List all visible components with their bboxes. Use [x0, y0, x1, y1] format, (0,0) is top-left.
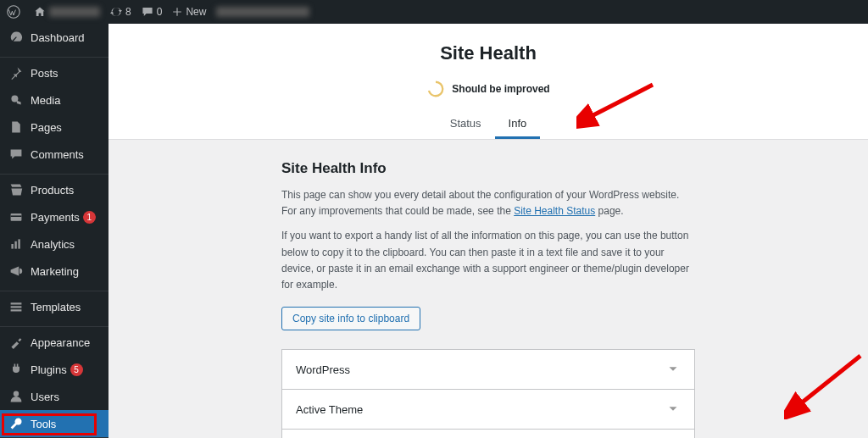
- svg-rect-5: [14, 241, 16, 249]
- status-text: Should be improved: [452, 83, 549, 95]
- chevron-down-icon: [665, 362, 681, 377]
- separator: [0, 322, 108, 327]
- sidebar-item-marketing[interactable]: Marketing: [0, 258, 108, 285]
- extra-blur: [216, 7, 309, 17]
- updates-count: 8: [125, 6, 131, 18]
- svg-rect-3: [11, 215, 22, 217]
- svg-rect-2: [11, 213, 22, 221]
- tools-icon: [8, 416, 24, 431]
- sidebar-label: Analytics: [31, 238, 75, 251]
- wp-logo[interactable]: [7, 5, 24, 19]
- sidebar-item-appearance[interactable]: Appearance: [0, 329, 108, 356]
- dashboard-icon: [8, 30, 24, 45]
- site-health-header: Site Health Should be improved Status In…: [108, 24, 868, 140]
- products-icon: [8, 182, 24, 197]
- pages-icon: [8, 119, 24, 135]
- badge: 5: [70, 363, 83, 376]
- page-title: Site Health: [108, 42, 868, 64]
- separator: [0, 53, 108, 58]
- pin-icon: [8, 65, 24, 80]
- payments-icon: [8, 209, 24, 225]
- content-area: Site Health Should be improved Status In…: [108, 24, 868, 438]
- svg-rect-4: [11, 244, 13, 249]
- appearance-icon: [8, 335, 24, 350]
- accordion-inactive-themes[interactable]: Inactive Themes (3): [282, 430, 694, 438]
- analytics-icon: [8, 236, 24, 252]
- comments-icon: [8, 147, 24, 162]
- info-para-1: This page can show you every detail abou…: [281, 187, 695, 219]
- sidebar-label: Media: [31, 94, 60, 107]
- svg-point-8: [429, 82, 443, 97]
- sidebar-item-products[interactable]: Products: [0, 176, 108, 203]
- plugins-icon: [8, 362, 24, 377]
- accordion-wordpress[interactable]: WordPress: [282, 350, 694, 390]
- tab-status[interactable]: Status: [437, 110, 495, 139]
- separator: [0, 169, 108, 175]
- site-health-status-link[interactable]: Site Health Status: [514, 205, 595, 217]
- site-name-blur: [49, 7, 100, 17]
- marketing-icon: [8, 263, 24, 279]
- info-body: Site Health Info This page can show you …: [108, 140, 868, 438]
- site-name[interactable]: [34, 6, 100, 18]
- sidebar-item-media[interactable]: Media: [0, 86, 108, 114]
- sidebar-item-analytics[interactable]: Analytics: [0, 230, 108, 258]
- sidebar-item-posts[interactable]: Posts: [0, 59, 108, 86]
- accordion-active-theme[interactable]: Active Theme: [282, 390, 694, 430]
- sidebar-label: Users: [31, 391, 59, 403]
- sidebar-item-dashboard[interactable]: Dashboard: [0, 24, 108, 51]
- sidebar-label: Tools: [31, 418, 56, 430]
- sidebar-label: Dashboard: [31, 31, 85, 44]
- comments-count: 0: [157, 6, 163, 18]
- new-label: New: [186, 6, 206, 18]
- sidebar-label: Products: [31, 184, 74, 197]
- info-para-2: If you want to export a handy list of al…: [281, 228, 695, 293]
- templates-icon: [8, 299, 24, 314]
- sidebar-label: Plugins: [31, 363, 67, 376]
- media-icon: [8, 92, 24, 108]
- sidebar-item-pages[interactable]: Pages: [0, 114, 108, 141]
- updates-link[interactable]: 8: [110, 6, 131, 18]
- info-heading: Site Health Info: [281, 160, 695, 177]
- sidebar-item-tools[interactable]: Tools: [0, 410, 108, 437]
- users-icon: [8, 389, 24, 404]
- separator: [0, 286, 108, 291]
- tabs: Status Info: [108, 110, 868, 139]
- extra-item[interactable]: [216, 7, 309, 17]
- sidebar-label: Appearance: [31, 336, 90, 349]
- comments-link[interactable]: 0: [142, 6, 163, 18]
- admin-bar: 8 0 New: [0, 0, 868, 24]
- copy-site-info-button[interactable]: Copy site info to clipboard: [281, 307, 420, 330]
- accordion-label: WordPress: [296, 363, 350, 376]
- sidebar-item-comments[interactable]: Comments: [0, 141, 108, 168]
- sidebar-label: Marketing: [31, 265, 79, 278]
- sidebar-label: Pages: [31, 121, 62, 134]
- text: page.: [595, 205, 623, 217]
- chevron-down-icon: [665, 402, 681, 417]
- status-line: Should be improved: [108, 80, 868, 98]
- info-accordion: WordPress Active Theme Inactive Themes (…: [281, 349, 695, 438]
- badge: 1: [83, 211, 96, 224]
- sidebar-item-payments[interactable]: Payments1: [0, 203, 108, 230]
- sidebar-label: Templates: [31, 301, 81, 313]
- svg-rect-6: [18, 239, 19, 248]
- sidebar-label: Payments: [31, 211, 80, 224]
- sidebar-label: Posts: [31, 67, 58, 80]
- new-content-link[interactable]: New: [172, 6, 206, 18]
- sidebar-item-plugins[interactable]: Plugins5: [0, 356, 108, 383]
- tab-info[interactable]: Info: [495, 110, 541, 139]
- sidebar-item-templates[interactable]: Templates: [0, 293, 108, 320]
- sidebar-item-users[interactable]: Users: [0, 383, 108, 410]
- admin-sidebar: Dashboard Posts Media Pages Comments Pro…: [0, 24, 108, 438]
- sidebar-label: Comments: [31, 148, 84, 161]
- accordion-label: Active Theme: [296, 403, 363, 416]
- svg-point-7: [14, 391, 19, 396]
- progress-ring-icon: [426, 80, 445, 98]
